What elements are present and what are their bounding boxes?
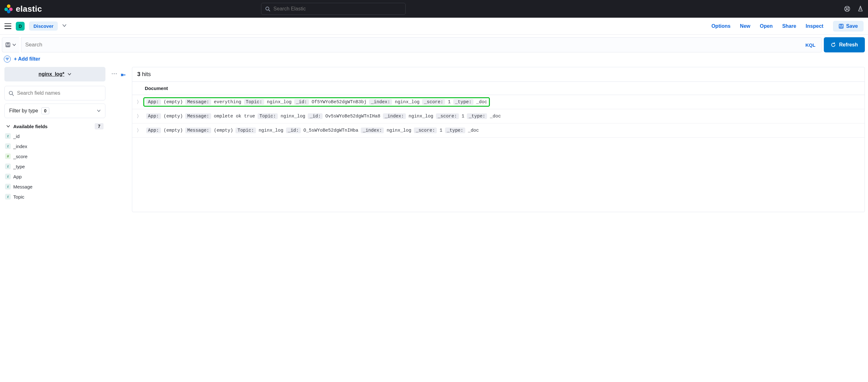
- collapse-sidebar-icon[interactable]: ⇤: [121, 71, 126, 78]
- doc-field: _score: 1: [422, 99, 451, 105]
- save-button[interactable]: Save: [833, 21, 864, 32]
- doc-field-value: (empty): [163, 114, 183, 119]
- doc-field: _type: _doc: [467, 114, 501, 119]
- doc-field-key: Message:: [185, 99, 211, 105]
- available-fields-header[interactable]: Available fields 7: [4, 123, 105, 129]
- newsfeed-icon[interactable]: [857, 5, 864, 12]
- share-link[interactable]: Share: [782, 23, 796, 29]
- doc-field: App: (empty): [146, 99, 183, 105]
- doc-field: _id: Of5YWYoBe52dgWTnB3bj: [294, 99, 367, 105]
- results-panel: 3 hits Document 〉App: (empty)Message: ev…: [132, 67, 865, 212]
- svg-line-5: [848, 7, 849, 8]
- field-type-icon: t: [5, 143, 11, 149]
- doc-field-value: (empty): [163, 99, 183, 105]
- doc-field-key: _score:: [422, 99, 445, 105]
- global-search-input[interactable]: [273, 6, 402, 12]
- doc-row: 〉App: (empty)Message: (empty)Topic: ngin…: [132, 123, 865, 138]
- global-search-box[interactable]: [261, 3, 406, 15]
- filter-bar: + Add filter: [0, 52, 868, 67]
- doc-column-header: Document: [132, 82, 865, 95]
- doc-field-value: Of5YWYoBe52dgWTnB3bj: [312, 99, 367, 105]
- doc-field-key: _type:: [445, 127, 465, 133]
- app-name-pill[interactable]: Discover: [29, 22, 58, 31]
- chevron-down-icon[interactable]: [62, 23, 67, 29]
- refresh-icon: [831, 42, 836, 47]
- svg-rect-11: [840, 27, 842, 28]
- filter-options-icon[interactable]: [4, 56, 11, 62]
- query-input[interactable]: [25, 42, 803, 48]
- expand-row-icon[interactable]: 〉: [137, 113, 141, 119]
- svg-line-7: [848, 9, 849, 11]
- app-header: D Discover Options New Open Share Inspec…: [0, 18, 868, 35]
- doc-field-key: Topic:: [236, 127, 256, 133]
- doc-field-value: nginx_log: [395, 99, 420, 105]
- chevron-down-icon: [12, 43, 16, 47]
- field-item[interactable]: tTopic: [5, 194, 105, 200]
- svg-line-20: [12, 94, 13, 95]
- doc-field: _score: 1: [436, 114, 464, 119]
- doc-field-value: O_5sWYoBe52dgWTnIHba: [303, 128, 358, 133]
- field-item[interactable]: #_score: [5, 153, 105, 159]
- field-item[interactable]: t_id: [5, 133, 105, 139]
- doc-field-value: omplete ok true: [214, 114, 255, 119]
- field-item[interactable]: t_type: [5, 164, 105, 169]
- doc-field-value: 1: [461, 114, 464, 119]
- doc-content: App: (empty)Message: (empty)Topic: nginx…: [144, 126, 481, 134]
- doc-field-key: _score:: [436, 113, 459, 119]
- doc-row: 〉App: (empty)Message: everythingTopic: n…: [132, 95, 865, 109]
- doc-field-value: nginx_log: [408, 114, 433, 119]
- field-search: [4, 86, 105, 100]
- doc-field: _index: nginx_log: [383, 114, 433, 119]
- brand-logo[interactable]: elastic: [4, 4, 42, 14]
- doc-field: Topic: nginx_log: [236, 128, 283, 133]
- svg-line-1: [269, 10, 270, 11]
- doc-field-value: Ov5sWYoBe52dgWTnIHa8: [326, 114, 380, 119]
- doc-content: App: (empty)Message: omplete ok trueTopi…: [144, 112, 503, 120]
- inspect-link[interactable]: Inspect: [806, 23, 824, 29]
- field-name: _index: [13, 144, 27, 149]
- svg-line-6: [845, 9, 846, 11]
- filter-by-type[interactable]: Filter by type 0: [4, 104, 105, 118]
- header-right: [844, 5, 864, 12]
- doc-field: Topic: nginx_log: [257, 114, 305, 119]
- field-item[interactable]: t_index: [5, 143, 105, 149]
- field-type-icon: t: [5, 184, 11, 189]
- doc-field-value: nginx_log: [386, 128, 411, 133]
- field-item[interactable]: tApp: [5, 174, 105, 179]
- field-name: _type: [13, 164, 25, 169]
- available-fields-label: Available fields: [13, 124, 92, 129]
- query-language-toggle[interactable]: KQL: [803, 42, 818, 48]
- expand-row-icon[interactable]: 〉: [137, 127, 141, 134]
- svg-point-3: [846, 8, 848, 10]
- field-item[interactable]: tMessage: [5, 184, 105, 189]
- doc-field: Topic: nginx_log: [244, 99, 292, 105]
- doc-field-key: Message:: [185, 113, 211, 119]
- svg-rect-14: [7, 45, 9, 47]
- field-stats-icon[interactable]: ▫▫▫: [112, 71, 118, 76]
- field-name: Message: [13, 184, 32, 189]
- field-name: Topic: [13, 194, 24, 200]
- sidebar: nginx_log* Filter by type 0 Available fi…: [4, 67, 105, 212]
- doc-field-key: Message:: [185, 127, 211, 133]
- new-link[interactable]: New: [740, 23, 750, 29]
- hits-label: hits: [142, 71, 151, 77]
- nav-toggle-icon[interactable]: [4, 23, 11, 29]
- field-type-icon: t: [5, 133, 11, 139]
- query-bar: KQL Refresh: [0, 35, 868, 52]
- field-name: _score: [13, 154, 27, 159]
- expand-row-icon[interactable]: 〉: [137, 99, 141, 105]
- field-search-input[interactable]: [17, 90, 101, 96]
- doc-field-value: 1: [440, 128, 442, 133]
- help-icon[interactable]: [844, 6, 850, 12]
- doc-field: Message: everything: [185, 99, 241, 105]
- index-pattern-select[interactable]: nginx_log*: [4, 67, 105, 82]
- options-link[interactable]: Options: [711, 23, 731, 29]
- saved-query-menu[interactable]: [2, 37, 19, 52]
- brand-name: elastic: [16, 4, 42, 14]
- hits-count: 3: [137, 71, 141, 77]
- open-link[interactable]: Open: [760, 23, 773, 29]
- space-avatar[interactable]: D: [16, 22, 25, 31]
- add-filter-button[interactable]: + Add filter: [14, 56, 40, 62]
- refresh-button[interactable]: Refresh: [824, 37, 865, 52]
- doc-field: _index: nginx_log: [361, 128, 411, 133]
